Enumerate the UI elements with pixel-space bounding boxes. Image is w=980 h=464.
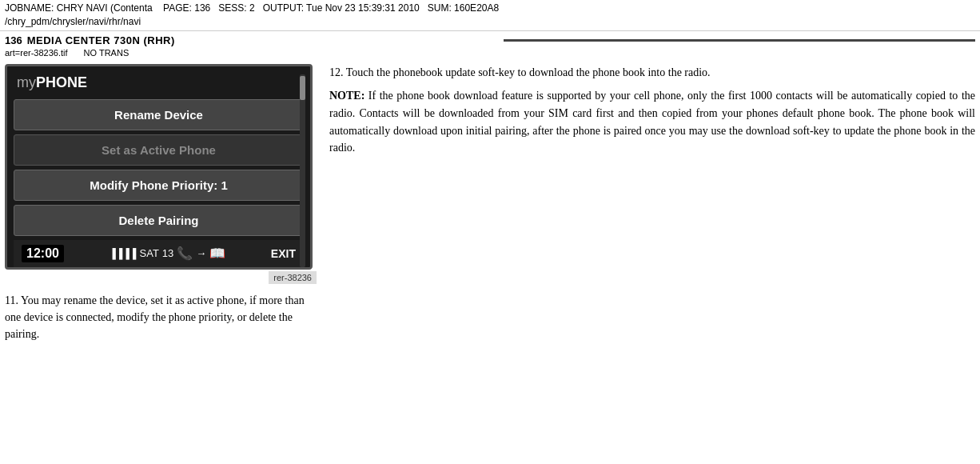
rename-device-button[interactable]: Rename Device bbox=[14, 99, 304, 130]
status-time: 12:00 bbox=[22, 245, 64, 262]
phone-icon: 📞 bbox=[177, 246, 193, 261]
section-header: 136 MEDIA CENTER 730N (RHR) bbox=[5, 34, 975, 46]
img-ref-label: rer-38236 bbox=[269, 271, 317, 284]
delete-pairing-button[interactable]: Delete Pairing bbox=[14, 205, 304, 236]
note-label: NOTE: bbox=[329, 90, 365, 102]
jobname: JOBNAME: CHRY NAVI (Contenta bbox=[5, 2, 153, 14]
caption-text: 11. You may rename the device, set it as… bbox=[5, 292, 317, 342]
page-header: JOBNAME: CHRY NAVI (Contenta PAGE: 136 S… bbox=[0, 0, 980, 31]
no-trans-label: NO TRANS bbox=[84, 48, 129, 58]
device-title: myPHONE bbox=[14, 74, 304, 91]
exit-button[interactable]: EXIT bbox=[271, 247, 296, 260]
signal-icon: ▐▐▐▐ bbox=[109, 248, 136, 259]
device-screen: myPHONE Rename Device Set as Active Phon… bbox=[5, 64, 313, 270]
sat-label: SAT bbox=[140, 247, 159, 259]
note-body: If the phone book download feature is su… bbox=[329, 90, 975, 154]
status-bar: 12:00 ▐▐▐▐ SAT 13 📞 → 📖 EXIT bbox=[14, 240, 304, 267]
set-active-phone-button[interactable]: Set as Active Phone bbox=[14, 134, 304, 166]
device-screen-inner: myPHONE Rename Device Set as Active Phon… bbox=[14, 74, 304, 267]
para-1: 12. Touch the phonebook update soft-key … bbox=[329, 64, 975, 82]
sum: SUM: 160E20A8 bbox=[428, 2, 499, 14]
art-reference: art=rer-38236.tif NO TRANS bbox=[5, 48, 975, 58]
section-title: MEDIA CENTER 730N (RHR) bbox=[27, 34, 499, 46]
section-title-bar bbox=[504, 39, 975, 42]
scrollbar-track bbox=[300, 74, 305, 267]
right-column: 12. Touch the phonebook update soft-key … bbox=[329, 64, 975, 342]
art-ref-text: art=rer-38236.tif bbox=[5, 48, 68, 58]
arrow-icon: → bbox=[196, 247, 206, 259]
title-phone: PHONE bbox=[36, 74, 87, 90]
title-my: my bbox=[17, 74, 36, 90]
page-num: PAGE: 136 bbox=[163, 2, 210, 14]
path: /chry_pdm/chrysler/navi/rhr/navi bbox=[5, 16, 141, 27]
left-column: myPHONE Rename Device Set as Active Phon… bbox=[5, 64, 317, 342]
scrollbar-thumb bbox=[300, 76, 305, 100]
output: OUTPUT: Tue Nov 23 15:39:31 2010 bbox=[263, 2, 420, 14]
sat-num: 13 bbox=[162, 247, 173, 259]
img-ref-container: rer-38236 bbox=[5, 270, 317, 284]
phonebook-icon: 📖 bbox=[209, 246, 225, 261]
main-content: myPHONE Rename Device Set as Active Phon… bbox=[0, 61, 980, 346]
note-paragraph: NOTE: If the phone book download feature… bbox=[329, 87, 975, 157]
status-info: ▐▐▐▐ SAT 13 📞 → 📖 bbox=[109, 246, 225, 261]
sess: SESS: 2 bbox=[218, 2, 254, 14]
section-number: 136 bbox=[5, 34, 22, 46]
modify-phone-priority-button[interactable]: Modify Phone Priority: 1 bbox=[14, 170, 304, 201]
